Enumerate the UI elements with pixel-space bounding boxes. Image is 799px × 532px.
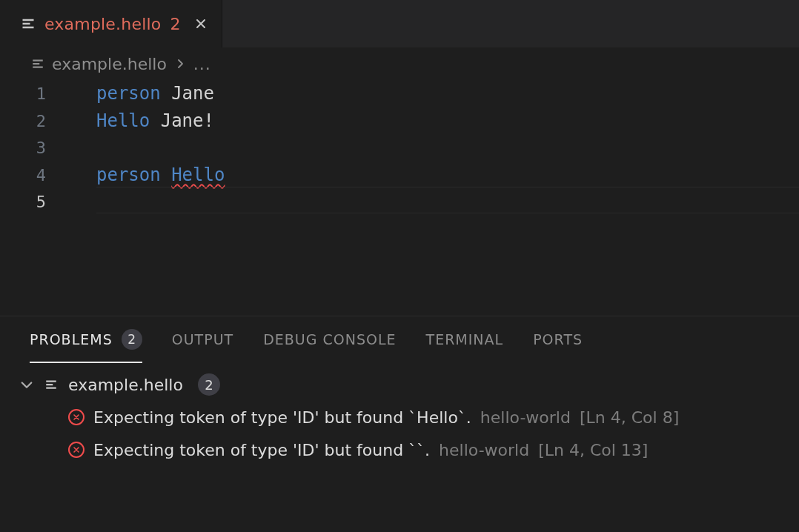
file-icon xyxy=(31,57,44,70)
bottom-panel: PROBLEMS2OUTPUTDEBUG CONSOLETERMINALPORT… xyxy=(0,316,799,532)
problem-source: hello-world xyxy=(480,408,571,427)
error-icon xyxy=(68,409,84,425)
panel-tab-problems[interactable]: PROBLEMS2 xyxy=(30,316,142,362)
code-editor[interactable]: 1person Jane2Hello Jane!34person Hello5 xyxy=(0,80,799,316)
line-number: 5 xyxy=(0,189,64,216)
code-content[interactable]: person Hello xyxy=(64,162,225,188)
token-ident: Jane! xyxy=(161,110,214,131)
problem-message: Expecting token of type 'ID' but found `… xyxy=(93,441,430,459)
problem-item[interactable]: Expecting token of type 'ID' but found `… xyxy=(19,401,799,433)
breadcrumb[interactable]: example.hello ... xyxy=(0,47,799,80)
problems-list: example.hello 2 Expecting token of type … xyxy=(0,362,799,466)
panel-tab-output[interactable]: OUTPUT xyxy=(172,316,233,362)
line-number: 2 xyxy=(0,108,64,135)
code-line[interactable]: 5 xyxy=(0,189,799,216)
line-number: 1 xyxy=(0,81,64,107)
token-ident: Jane xyxy=(171,83,214,104)
breadcrumb-file: example.hello xyxy=(52,55,167,73)
code-line[interactable]: 4person Hello xyxy=(0,162,799,189)
panel-tab-badge: 2 xyxy=(122,329,142,350)
tab-filename: example.hello xyxy=(44,15,161,33)
code-line[interactable]: 3 xyxy=(0,135,799,162)
editor-tab[interactable]: example.hello 2 xyxy=(0,0,222,47)
panel-tab-terminal[interactable]: TERMINAL xyxy=(426,316,504,362)
panel-tabs: PROBLEMS2OUTPUTDEBUG CONSOLETERMINALPORT… xyxy=(0,316,799,362)
code-line[interactable]: 1person Jane xyxy=(0,80,799,107)
token xyxy=(161,164,171,185)
token-keyword: person xyxy=(96,164,161,185)
panel-tab-ports[interactable]: PORTS xyxy=(533,316,583,362)
panel-tab-label: PROBLEMS xyxy=(30,331,113,348)
problem-source: hello-world xyxy=(439,441,529,459)
panel-tab-label: PORTS xyxy=(533,331,583,348)
error-icon xyxy=(68,442,84,458)
panel-tab-label: DEBUG CONSOLE xyxy=(263,331,396,348)
panel-tab-label: OUTPUT xyxy=(172,331,233,348)
problem-location: [Ln 4, Col 13] xyxy=(538,441,648,459)
file-icon xyxy=(21,16,36,31)
token xyxy=(150,110,160,131)
code-line[interactable]: 2Hello Jane! xyxy=(0,107,799,135)
breadcrumb-more[interactable]: ... xyxy=(193,55,211,73)
token-keyword: person xyxy=(96,83,161,104)
token-macro: Hello xyxy=(171,164,225,185)
code-content[interactable]: person Jane xyxy=(64,80,214,107)
tab-bar: example.hello 2 xyxy=(0,0,799,47)
problems-file-row[interactable]: example.hello 2 xyxy=(19,368,799,401)
problem-location: [Ln 4, Col 8] xyxy=(580,408,679,427)
problems-file-name: example.hello xyxy=(68,376,183,394)
chevron-down-icon[interactable] xyxy=(19,377,34,392)
tab-problem-count: 2 xyxy=(170,15,180,33)
token-macro: Hello xyxy=(96,110,150,131)
close-icon[interactable] xyxy=(193,16,208,31)
file-icon xyxy=(44,378,58,391)
chevron-right-icon xyxy=(174,58,186,70)
line-number: 3 xyxy=(0,135,64,162)
problems-file-count: 2 xyxy=(198,373,220,396)
line-number: 4 xyxy=(0,162,64,189)
panel-tab-debug[interactable]: DEBUG CONSOLE xyxy=(263,316,396,362)
panel-tab-label: TERMINAL xyxy=(426,331,504,348)
problem-message: Expecting token of type 'ID' but found `… xyxy=(93,408,471,427)
code-content[interactable]: Hello Jane! xyxy=(64,107,214,134)
problem-item[interactable]: Expecting token of type 'ID' but found `… xyxy=(19,433,799,466)
token xyxy=(161,83,171,104)
